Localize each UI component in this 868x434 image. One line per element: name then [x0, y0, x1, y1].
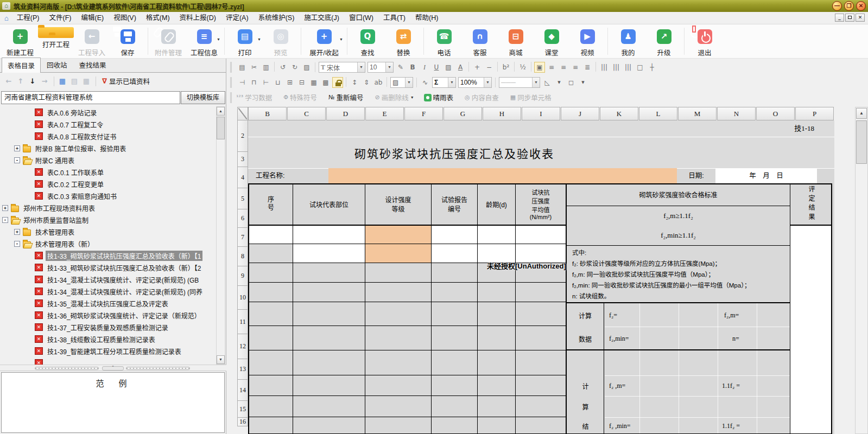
paste-icon[interactable]: ▥ — [261, 62, 271, 73]
attachment-button[interactable]: 附件管理 — [150, 24, 186, 58]
align-right-icon[interactable]: ≡ — [570, 62, 581, 73]
form-cell[interactable] — [432, 375, 478, 396]
form-cell[interactable] — [248, 226, 293, 244]
form-cell[interactable] — [516, 350, 566, 375]
header-seq-cell[interactable]: 序号 — [248, 183, 293, 226]
row-header[interactable]: 14 — [237, 380, 248, 401]
calc-f2m-cell[interactable]: f₂,m= — [724, 303, 739, 327]
tree-item[interactable]: + 郑州市工程现场资料用表 — [0, 202, 216, 214]
form-cell[interactable] — [365, 350, 432, 375]
form-cell[interactable] — [248, 326, 293, 350]
tree-item[interactable]: 技1-38_线缆敷设工程质量检测记录表 — [0, 333, 216, 345]
line-style-select[interactable]: ——— ▼ — [499, 77, 540, 88]
form-cell[interactable] — [248, 396, 293, 417]
form-cell[interactable] — [432, 302, 478, 326]
paste-special-icon[interactable]: ▨ — [301, 62, 312, 73]
tree-item[interactable]: 技1-36_砌筑砂浆试块强度统计、评定记录（新规范） — [0, 309, 216, 321]
form-cell[interactable] — [432, 417, 478, 434]
template-library-select[interactable]: 河南省建筑工程资料管理系统 — [1, 91, 180, 104]
tree-item[interactable]: - 郑州市质量监督站监制 — [0, 214, 216, 226]
form-cell[interactable] — [293, 375, 365, 396]
form-cell[interactable] — [248, 263, 293, 283]
form-cell[interactable] — [365, 302, 432, 326]
separator[interactable] — [531, 62, 531, 72]
form-cell[interactable] — [478, 375, 516, 396]
form-cell[interactable] — [248, 283, 293, 302]
nav-right-icon[interactable]: → — [39, 76, 50, 87]
decrease-size-icon[interactable]: − — [484, 62, 495, 73]
separator[interactable] — [274, 62, 275, 72]
merge-left-icon[interactable]: ⊣ — [237, 77, 248, 88]
tree-scrollbar[interactable]: ▲ ▼ — [216, 106, 225, 365]
expander-icon[interactable]: + — [14, 145, 20, 151]
column-header[interactable]: C — [287, 107, 326, 120]
row-header[interactable]: 10 — [237, 286, 248, 310]
show-filled-filter[interactable]: ∇ 显示已填资料 — [102, 76, 150, 87]
copy-icon[interactable]: ▤ — [237, 62, 248, 73]
tree-item[interactable]: 技1-34_混凝土试块强度统计、评定记录(新规范) (同养 — [0, 285, 216, 297]
mdi-minimize-button[interactable]: _ — [835, 14, 844, 22]
form-cell[interactable] — [516, 226, 566, 244]
form-cell[interactable] — [293, 263, 365, 283]
form-cell[interactable] — [365, 396, 432, 417]
form-cell[interactable] — [478, 326, 516, 350]
video-button[interactable]: ▶ 视频 — [569, 24, 605, 58]
zoom-select[interactable]: 100% ▼ — [458, 77, 492, 88]
dropdown-arrow-icon[interactable]: ▼ — [339, 37, 343, 41]
panel-splitter[interactable]: ˅ — [0, 365, 226, 371]
row-header[interactable]: 9 — [237, 266, 248, 286]
project-name-label[interactable]: 工程名称: — [256, 168, 328, 183]
scrollbar-thumb[interactable] — [217, 117, 225, 139]
renumber-button[interactable]: № 重新编号 — [328, 92, 365, 103]
italic-icon[interactable]: I — [419, 62, 430, 73]
phone-button[interactable]: ☎ 电话 — [426, 24, 462, 58]
nav-down-icon[interactable]: ↓ — [27, 76, 38, 87]
form-title-cell[interactable]: 砌筑砂浆试块抗压强度汇总及验收表 — [248, 145, 661, 161]
form-cell[interactable] — [478, 283, 516, 302]
support-button[interactable]: ∩ 客服 — [462, 24, 498, 58]
diagonal-line-icon[interactable]: ◺ — [542, 77, 553, 88]
form-cell[interactable] — [293, 350, 365, 375]
form-cell[interactable] — [478, 396, 516, 417]
form-cell[interactable] — [365, 283, 432, 302]
menu-item[interactable]: 评定(A) — [221, 12, 254, 24]
redo-icon[interactable]: ↻ — [289, 62, 300, 73]
distribute-cols2-icon[interactable]: ||| — [611, 62, 622, 73]
add-table-icon[interactable]: ▦ — [57, 76, 68, 87]
tree-item[interactable]: + 附录B 施工单位报审、报验用表 — [0, 142, 216, 154]
sync-cell-button[interactable]: ▦ 同步单元格 — [510, 92, 553, 103]
separator[interactable] — [497, 62, 498, 72]
form-cell[interactable] — [293, 417, 365, 434]
form-cell[interactable] — [516, 302, 566, 326]
delete-table-icon[interactable]: ▩ — [320, 77, 331, 88]
column-header[interactable]: P — [795, 107, 834, 120]
form-cell[interactable] — [365, 263, 432, 283]
menu-item[interactable]: 视图(V) — [109, 12, 141, 24]
menu-item[interactable]: 帮助(H) — [410, 12, 443, 24]
row-header[interactable]: 4 — [237, 167, 248, 188]
dropdown-arrow-icon[interactable]: ▼ — [257, 37, 261, 41]
column-header[interactable]: F — [404, 107, 443, 120]
chevron-down-icon[interactable]: ▼ — [357, 62, 365, 72]
font-color-icon[interactable]: A — [455, 62, 466, 73]
insert-image-select[interactable]: ▨ ▼ — [390, 77, 413, 88]
expand-collapse-button[interactable]: + 展开/收起 ▼ — [303, 24, 345, 58]
replace-button[interactable]: ⇄ 替换 — [385, 24, 421, 58]
eval-result-body-cell[interactable] — [790, 226, 832, 434]
scroll-up-icon[interactable]: ▲ — [856, 108, 867, 119]
calc-data-label-cell[interactable]: 计算 数据 — [567, 303, 604, 350]
split-cells-icon[interactable]: ⊔ — [273, 77, 283, 88]
expander-icon[interactable]: - — [14, 241, 20, 247]
column-header[interactable]: B — [248, 107, 287, 120]
form-cell[interactable] — [516, 417, 566, 434]
row-header[interactable]: 16 — [237, 418, 248, 426]
menu-item[interactable]: 编辑(E) — [77, 12, 109, 24]
align-justify-icon[interactable]: ≣ — [582, 62, 593, 73]
row-spacing-icon[interactable]: ↕ — [349, 77, 360, 88]
nav-left-icon[interactable]: ← — [3, 76, 14, 87]
close-button[interactable]: ✕ — [856, 1, 866, 11]
tree-item[interactable]: 技1-35_混凝土试块抗压强度汇总及评定表 — [0, 297, 216, 309]
form-cell[interactable] — [365, 244, 432, 263]
column-header[interactable]: L — [639, 107, 677, 120]
menu-item[interactable]: 窗口(W) — [344, 12, 378, 24]
